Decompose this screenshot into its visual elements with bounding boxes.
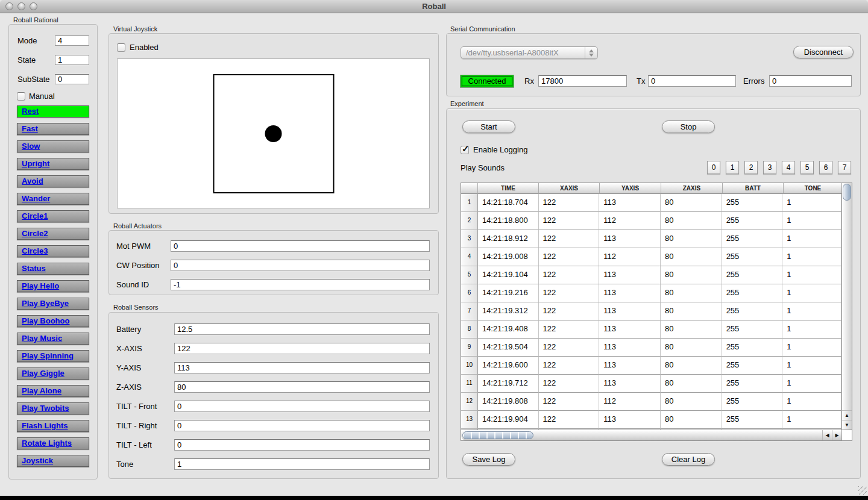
row-number: 9 <box>461 339 478 357</box>
battery-field[interactable] <box>174 323 430 335</box>
tone-field[interactable] <box>174 458 430 470</box>
table-row[interactable]: 814:21:19.408122113802551 <box>461 320 841 339</box>
battery-label: Battery <box>116 325 174 334</box>
start-button[interactable]: Start <box>462 120 515 133</box>
stop-button[interactable]: Stop <box>662 120 715 133</box>
action-play-giggle-button[interactable]: Play Giggle <box>17 367 89 380</box>
log-cell: 80 <box>661 212 722 230</box>
action-rest-button[interactable]: Rest <box>17 105 89 117</box>
vertical-scrollbar-thumb[interactable] <box>843 184 851 201</box>
log-cell: 112 <box>599 212 661 230</box>
sound-2-button[interactable]: 2 <box>744 161 758 174</box>
resize-grip[interactable] <box>858 486 867 495</box>
mode-field[interactable] <box>55 36 89 46</box>
scroll-up-icon[interactable]: ▲ <box>842 410 852 420</box>
table-row[interactable]: 1214:21:19.808122112802551 <box>461 393 841 411</box>
action-flash-lights-button[interactable]: Flash Lights <box>17 420 89 432</box>
sound-3-button[interactable]: 3 <box>763 161 776 174</box>
table-row[interactable]: 114:21:18.704122113802551 <box>461 194 841 212</box>
disconnect-button[interactable]: Disconnect <box>793 46 854 58</box>
column-header-yaxis[interactable]: YAXIS <box>600 183 661 194</box>
manual-checkbox[interactable]: ✓ <box>17 92 25 101</box>
action-joystick-button[interactable]: Joystick <box>17 455 89 467</box>
table-row[interactable]: 614:21:19.216122113802551 <box>461 284 841 302</box>
action-play-alone-button[interactable]: Play Alone <box>17 385 89 397</box>
action-play-byebye-button[interactable]: Play ByeBye <box>17 298 89 310</box>
table-row[interactable]: 1314:21:19.904122113802551 <box>461 411 841 429</box>
sound-5-button[interactable]: 5 <box>800 161 814 174</box>
sound-id-field[interactable] <box>171 279 430 290</box>
action-play-twobits-button[interactable]: Play Twobits <box>17 402 89 414</box>
action-upright-button[interactable]: Upright <box>17 158 89 170</box>
horizontal-scrollbar-thumb[interactable] <box>462 431 533 439</box>
cw-position-field[interactable] <box>171 260 430 271</box>
enable-logging-checkbox[interactable]: ✓ <box>461 146 469 154</box>
column-header-time[interactable]: TIME <box>478 183 539 194</box>
table-row[interactable]: 714:21:19.312122113802551 <box>461 302 841 320</box>
stepper-icon[interactable] <box>585 47 597 58</box>
sound-1-button[interactable]: 1 <box>726 161 739 174</box>
z-axis-field[interactable] <box>174 381 430 393</box>
field-row: TILT - Left <box>116 439 430 451</box>
action-play-spinning-button[interactable]: Play Spinning <box>17 350 89 362</box>
action-fast-button[interactable]: Fast <box>17 123 89 135</box>
joystick-enabled-checkbox[interactable]: ✓ <box>117 43 125 52</box>
rx-label: Rx <box>524 77 534 86</box>
action-wander-button[interactable]: Wander <box>17 193 89 205</box>
errors-field[interactable] <box>769 75 852 87</box>
action-play-hello-button[interactable]: Play Hello <box>17 280 89 292</box>
state-field[interactable] <box>55 55 89 65</box>
action-rotate-lights-button[interactable]: Rotate Lights <box>17 437 89 449</box>
joystick-knob[interactable] <box>265 125 282 142</box>
table-row[interactable]: 1114:21:19.712122113802551 <box>461 375 841 393</box>
x-axis-field[interactable] <box>174 343 430 354</box>
table-row[interactable]: 314:21:18.912122113802551 <box>461 230 841 248</box>
log-cell: 1 <box>782 302 841 320</box>
sound-0-button[interactable]: 0 <box>707 161 720 174</box>
save-log-button[interactable]: Save Log <box>462 453 515 466</box>
tx-field[interactable] <box>648 75 736 87</box>
log-cell: 255 <box>722 284 783 302</box>
log-cell: 113 <box>599 284 661 302</box>
tilt-right-field[interactable] <box>174 420 430 431</box>
log-cell: 14:21:19.008 <box>478 248 539 266</box>
action-circle3-button[interactable]: Circle3 <box>17 245 89 257</box>
action-slow-button[interactable]: Slow <box>17 140 89 152</box>
table-row[interactable]: 214:21:18.800122112802551 <box>461 212 841 230</box>
table-row[interactable]: 514:21:19.104122113802551 <box>461 266 841 284</box>
table-row[interactable]: 914:21:19.504122113802551 <box>461 339 841 357</box>
y-axis-field[interactable] <box>174 362 430 373</box>
sound-7-button[interactable]: 7 <box>838 161 851 174</box>
scroll-left-icon[interactable]: ◀ <box>822 430 832 440</box>
vertical-scrollbar[interactable]: ▲ ▼ <box>841 183 852 430</box>
column-header-zaxis[interactable]: ZAXIS <box>661 183 723 194</box>
mot-pwm-field[interactable] <box>171 240 430 252</box>
rx-field[interactable] <box>538 75 627 87</box>
action-play-music-button[interactable]: Play Music <box>17 333 89 345</box>
table-row[interactable]: 1014:21:19.600122113802551 <box>461 357 841 375</box>
scroll-right-icon[interactable]: ▶ <box>832 430 841 440</box>
column-header-tone[interactable]: TONE <box>784 183 843 194</box>
substate-field[interactable] <box>55 74 89 84</box>
tilt-front-field[interactable] <box>174 401 430 412</box>
scroll-down-icon[interactable]: ▼ <box>842 420 852 430</box>
action-status-button[interactable]: Status <box>17 263 89 275</box>
field-row: Y-AXIS <box>116 362 430 373</box>
column-header-batt[interactable]: BATT <box>723 183 784 194</box>
log-cell: 255 <box>722 266 783 284</box>
sound-4-button[interactable]: 4 <box>782 161 795 174</box>
clear-log-button[interactable]: Clear Log <box>662 453 715 466</box>
horizontal-scrollbar[interactable]: ◀ ▶ <box>461 430 841 440</box>
tilt-left-field[interactable] <box>174 439 430 451</box>
action-circle1-button[interactable]: Circle1 <box>17 210 89 222</box>
rational-group: ModeStateSubState ✓ Manual RestFastSlowU… <box>8 24 98 480</box>
serial-port-select[interactable]: /dev/tty.usbserial-A8008itX <box>461 46 598 59</box>
action-circle2-button[interactable]: Circle2 <box>17 228 89 240</box>
table-row[interactable]: 414:21:19.008122112802551 <box>461 248 841 266</box>
joystick-pad[interactable] <box>117 58 430 208</box>
column-header-xaxis[interactable]: XAXIS <box>539 183 600 194</box>
sound-6-button[interactable]: 6 <box>819 161 832 174</box>
action-play-boohoo-button[interactable]: Play Boohoo <box>17 315 89 327</box>
title-bar[interactable]: Roball <box>0 0 868 13</box>
action-avoid-button[interactable]: Avoid <box>17 175 89 187</box>
